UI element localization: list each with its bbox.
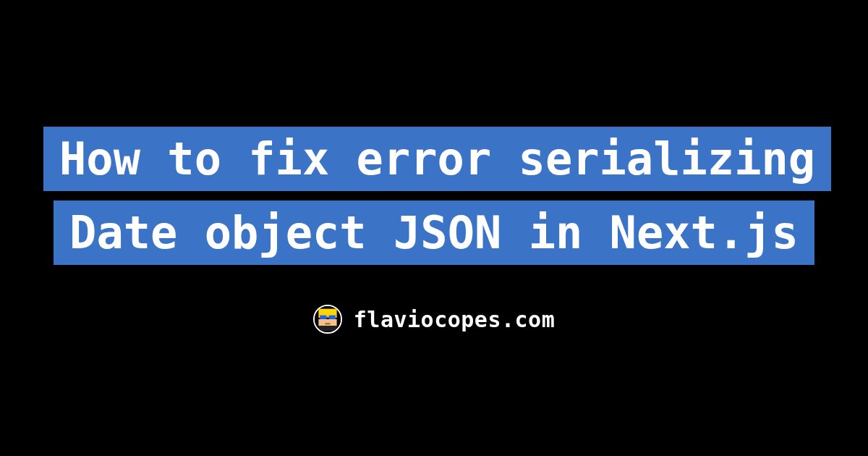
svg-rect-3 [329, 316, 336, 319]
post-title: How to fix error serializing Date object… [43, 127, 831, 265]
byline: flaviocopes.com [313, 305, 555, 334]
svg-rect-2 [320, 316, 326, 319]
author-avatar-icon [313, 305, 342, 334]
post-title-wrap: How to fix error serializing Date object… [43, 122, 825, 271]
svg-rect-5 [318, 319, 336, 326]
svg-rect-6 [325, 324, 330, 325]
svg-rect-4 [326, 317, 329, 318]
svg-rect-7 [318, 326, 336, 331]
site-name: flaviocopes.com [354, 307, 555, 332]
